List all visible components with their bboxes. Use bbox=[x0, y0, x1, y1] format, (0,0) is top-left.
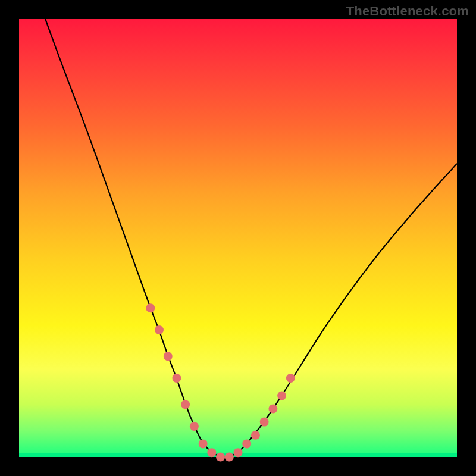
marker-point bbox=[251, 431, 260, 440]
marker-point bbox=[225, 453, 234, 462]
marker-point bbox=[260, 418, 269, 427]
marker-point bbox=[268, 405, 277, 414]
marker-point bbox=[199, 439, 208, 448]
marker-point bbox=[164, 352, 173, 361]
chart-frame: TheBottleneck.com bbox=[0, 0, 476, 476]
marker-point bbox=[234, 448, 243, 457]
marker-group bbox=[146, 303, 295, 461]
marker-point bbox=[146, 303, 155, 312]
marker-point bbox=[242, 439, 251, 448]
marker-point bbox=[155, 325, 164, 334]
marker-point bbox=[190, 422, 199, 431]
curve-layer bbox=[19, 19, 457, 457]
watermark-text: TheBottleneck.com bbox=[346, 4, 469, 19]
marker-point bbox=[277, 391, 286, 400]
plot-area bbox=[19, 19, 457, 457]
marker-point bbox=[286, 374, 295, 383]
marker-point bbox=[216, 453, 225, 462]
marker-point bbox=[172, 374, 181, 383]
bottleneck-curve bbox=[45, 19, 457, 457]
marker-point bbox=[207, 448, 216, 457]
marker-point bbox=[181, 400, 190, 409]
